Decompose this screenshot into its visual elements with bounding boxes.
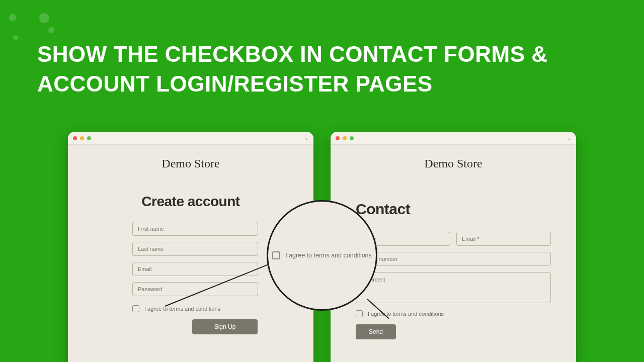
consent-row: I agree to terms and conditions: [132, 305, 258, 312]
first-name-placeholder: First name: [138, 226, 164, 232]
contact-phone-field[interactable]: Phone number: [356, 252, 551, 266]
magnified-consent-label: I agree to terms and conditions: [285, 252, 372, 259]
window-maximize-icon[interactable]: [350, 136, 354, 140]
window-close-icon[interactable]: [73, 136, 77, 140]
terms-checkbox[interactable]: [132, 305, 139, 312]
send-button[interactable]: Send: [356, 324, 396, 339]
store-name: Demo Store: [331, 157, 576, 170]
window-minimize-icon[interactable]: [80, 136, 84, 140]
window-maximize-icon[interactable]: [87, 136, 91, 140]
contact-heading: Contact: [356, 201, 551, 218]
decorative-bubble: [39, 13, 49, 23]
window-minimize-icon[interactable]: [343, 136, 347, 140]
magnifier-circle: I agree to terms and conditions: [267, 200, 377, 311]
decorative-bubble: [48, 27, 54, 33]
create-account-heading: Create account: [132, 194, 249, 210]
contact-comment-field[interactable]: Comment: [356, 272, 551, 303]
terms-checkbox[interactable]: [272, 251, 280, 259]
password-placeholder: Password: [138, 286, 162, 292]
contact-email-placeholder: Email *: [462, 236, 479, 242]
chevron-down-icon[interactable]: ⌄: [304, 135, 308, 141]
window-titlebar: ⌄: [68, 132, 313, 145]
window-titlebar: ⌄: [331, 132, 576, 145]
terms-checkbox[interactable]: [356, 310, 363, 317]
promo-headline: SHOW THE CHECKBOX IN CONTACT FORMS & ACC…: [37, 39, 614, 99]
first-name-field[interactable]: First name: [132, 222, 258, 236]
last-name-field[interactable]: Last name: [132, 242, 258, 256]
consent-label: I agree to terms and conditions: [368, 311, 444, 317]
sign-up-button[interactable]: Sign Up: [192, 319, 258, 334]
store-name: Demo Store: [68, 157, 313, 170]
contact-email-field[interactable]: Email *: [456, 232, 551, 246]
decorative-bubble: [13, 35, 18, 40]
decorative-bubble: [9, 14, 16, 21]
email-placeholder: Email: [138, 266, 152, 272]
chevron-down-icon[interactable]: ⌄: [567, 135, 571, 141]
email-field[interactable]: Email: [132, 262, 258, 276]
window-close-icon[interactable]: [336, 136, 340, 140]
consent-label: I agree to terms and conditions: [144, 306, 220, 312]
last-name-placeholder: Last name: [138, 246, 164, 252]
